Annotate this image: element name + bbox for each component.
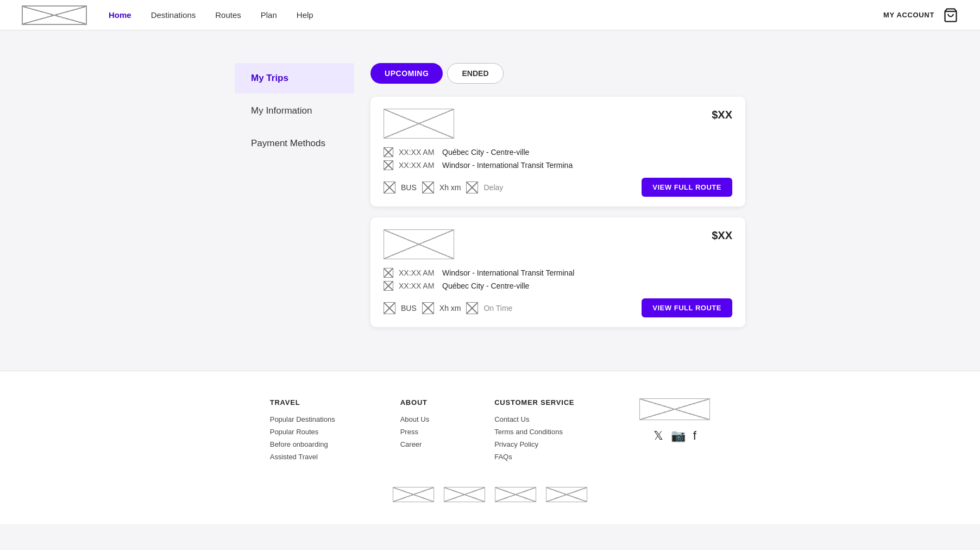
stop-icon-3 [384, 268, 393, 278]
badge-1 [393, 487, 434, 502]
trip-2-status: On Time [483, 304, 512, 312]
duration-icon-1 [422, 182, 434, 193]
footer-link-career[interactable]: Career [400, 440, 429, 448]
nav-link-destinations[interactable]: Destinations [151, 10, 196, 20]
trip-card-2-stop-2: XX:XX AM Québec City - Centre-ville [384, 281, 732, 291]
nav-links: Home Destinations Routes Plan Help [109, 10, 883, 20]
customer-title: CUSTOMER SERVICE [494, 398, 574, 407]
sidebar-item-my-trips[interactable]: My Trips [235, 63, 354, 93]
footer-link-privacy[interactable]: Privacy Policy [494, 440, 574, 448]
footer-link-popular-destinations[interactable]: Popular Destinations [270, 415, 335, 423]
travel-title: TRAVEL [270, 398, 335, 407]
content-area: UPCOMING ENDED $XX XX:XX AM Québec City … [354, 63, 745, 338]
trip-card-1-footer: BUS Xh xm Delay VIEW FULL ROUTE [384, 178, 732, 197]
trip-1-status: Delay [483, 183, 503, 192]
sidebar-item-my-information[interactable]: My Information [235, 96, 354, 126]
footer-link-assisted-travel[interactable]: Assisted Travel [270, 453, 335, 461]
trip-1-mode: BUS [401, 183, 417, 192]
bus-icon-2 [384, 302, 395, 314]
status-icon-1 [466, 182, 478, 193]
cart-icon[interactable] [943, 8, 958, 23]
footer-logo [639, 398, 710, 420]
footer-link-popular-routes[interactable]: Popular Routes [270, 428, 335, 436]
view-route-btn-2[interactable]: VIEW FULL ROUTE [642, 298, 732, 317]
twitter-icon[interactable]: 𝕏 [654, 429, 663, 443]
badge-4 [546, 487, 587, 502]
footer-customer: CUSTOMER SERVICE Contact Us Terms and Co… [494, 398, 574, 465]
trip-card-2-footer: BUS Xh xm On Time VIEW FULL ROUTE [384, 298, 732, 317]
status-icon-2 [466, 302, 478, 314]
footer-travel: TRAVEL Popular Destinations Popular Rout… [270, 398, 335, 465]
bus-icon-1 [384, 182, 395, 193]
sidebar-item-payment-methods[interactable]: Payment Methods [235, 128, 354, 159]
stop-icon-4 [384, 281, 393, 291]
stop-4-location: Québec City - Centre-ville [442, 282, 529, 290]
nav-link-help[interactable]: Help [297, 10, 313, 20]
footer-about: ABOUT About Us Press Career [400, 398, 429, 465]
stop-3-location: Windsor - International Transit Terminal [442, 268, 574, 277]
footer-link-about-us[interactable]: About Us [400, 415, 429, 423]
nav-link-plan[interactable]: Plan [261, 10, 277, 20]
trip-card-2-stops: XX:XX AM Windsor - International Transit… [384, 268, 732, 291]
trip-card-2-meta: BUS Xh xm On Time [384, 302, 512, 314]
instagram-icon[interactable]: 📷 [671, 429, 686, 443]
trip-card-2-header: $XX [384, 229, 732, 259]
sidebar: My Trips My Information Payment Methods [235, 63, 354, 338]
nav-right: MY ACCOUNT [883, 8, 958, 23]
trip-card-1-header: $XX [384, 109, 732, 139]
footer-right: 𝕏 📷 f [639, 398, 710, 465]
duration-icon-2 [422, 302, 434, 314]
trip-card-1-price: $XX [712, 109, 732, 121]
trip-card-2-image [384, 229, 454, 259]
trip-card-2-stop-1: XX:XX AM Windsor - International Transit… [384, 268, 732, 278]
trip-card-1-stop-2: XX:XX AM Windsor - International Transit… [384, 160, 732, 170]
nav-link-routes[interactable]: Routes [215, 10, 241, 20]
navbar: Home Destinations Routes Plan Help MY AC… [0, 0, 980, 30]
view-route-btn-1[interactable]: VIEW FULL ROUTE [642, 178, 732, 197]
trip-card-2-price: $XX [712, 229, 732, 242]
badge-2 [444, 487, 485, 502]
tab-ended[interactable]: ENDED [447, 63, 503, 84]
stop-1-time: XX:XX AM [399, 148, 437, 157]
footer-badges [33, 487, 947, 502]
trip-card-2: $XX XX:XX AM Windsor - International Tra… [370, 217, 745, 327]
tab-upcoming[interactable]: UPCOMING [370, 63, 443, 84]
trip-tabs: UPCOMING ENDED [370, 63, 745, 84]
main-container: My Trips My Information Payment Methods … [224, 63, 756, 338]
badge-3 [495, 487, 536, 502]
stop-icon-1 [384, 147, 393, 157]
footer-link-before-onboarding[interactable]: Before onboarding [270, 440, 335, 448]
about-title: ABOUT [400, 398, 429, 407]
stop-2-location: Windsor - International Transit Termina [442, 161, 573, 170]
trip-card-1-image [384, 109, 454, 139]
stop-4-time: XX:XX AM [399, 282, 437, 290]
trip-card-1-meta: BUS Xh xm Delay [384, 182, 503, 193]
facebook-icon[interactable]: f [693, 429, 696, 443]
footer-link-terms[interactable]: Terms and Conditions [494, 428, 574, 436]
trip-2-duration: Xh xm [439, 304, 461, 312]
nav-link-home[interactable]: Home [109, 10, 131, 20]
footer: TRAVEL Popular Destinations Popular Rout… [0, 371, 980, 524]
stop-icon-2 [384, 160, 393, 170]
stop-2-time: XX:XX AM [399, 161, 437, 170]
account-label[interactable]: MY ACCOUNT [883, 11, 934, 19]
footer-link-press[interactable]: Press [400, 428, 429, 436]
trip-2-mode: BUS [401, 304, 417, 312]
trip-card-1: $XX XX:XX AM Québec City - Centre-ville … [370, 97, 745, 207]
footer-link-contact-us[interactable]: Contact Us [494, 415, 574, 423]
stop-1-location: Québec City - Centre-ville [442, 148, 529, 157]
stop-3-time: XX:XX AM [399, 268, 437, 277]
nav-logo[interactable] [22, 5, 87, 25]
footer-social: 𝕏 📷 f [654, 429, 696, 443]
trip-1-duration: Xh xm [439, 183, 461, 192]
footer-link-faqs[interactable]: FAQs [494, 453, 574, 461]
footer-top: TRAVEL Popular Destinations Popular Rout… [33, 398, 947, 465]
trip-card-1-stops: XX:XX AM Québec City - Centre-ville XX:X… [384, 147, 732, 170]
trip-card-1-stop-1: XX:XX AM Québec City - Centre-ville [384, 147, 732, 157]
